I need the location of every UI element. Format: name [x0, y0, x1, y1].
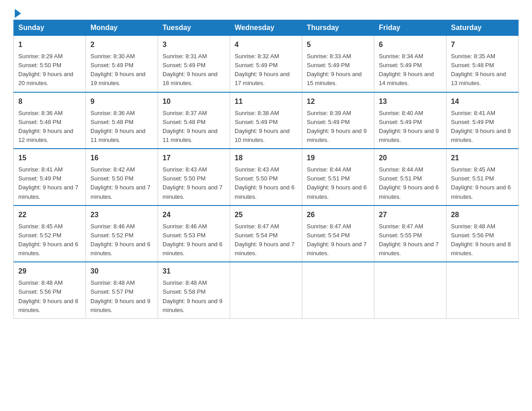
day-number: 3: [163, 39, 225, 50]
day-number: 23: [90, 210, 153, 220]
calendar-cell: 20Sunrise: 8:44 AMSunset: 5:51 PMDayligh…: [374, 149, 446, 206]
day-number: 7: [451, 39, 514, 50]
day-info: Sunrise: 8:37 AMSunset: 5:48 PMDaylight:…: [163, 109, 225, 145]
calendar-week-row: 22Sunrise: 8:45 AMSunset: 5:52 PMDayligh…: [14, 206, 519, 262]
calendar-cell: 26Sunrise: 8:47 AMSunset: 5:54 PMDayligh…: [302, 206, 374, 262]
calendar-cell: 25Sunrise: 8:47 AMSunset: 5:54 PMDayligh…: [230, 206, 302, 262]
calendar-week-row: 1Sunrise: 8:29 AMSunset: 5:50 PMDaylight…: [14, 36, 519, 92]
day-info: Sunrise: 8:36 AMSunset: 5:48 PMDaylight:…: [18, 109, 81, 145]
day-info: Sunrise: 8:48 AMSunset: 5:56 PMDaylight:…: [451, 222, 514, 258]
header-thursday: Thursday: [302, 20, 374, 36]
day-info: Sunrise: 8:47 AMSunset: 5:54 PMDaylight:…: [307, 222, 369, 258]
header-saturday: Saturday: [446, 20, 519, 36]
day-info: Sunrise: 8:32 AMSunset: 5:49 PMDaylight:…: [235, 52, 297, 88]
day-info: Sunrise: 8:47 AMSunset: 5:54 PMDaylight:…: [235, 222, 297, 258]
day-info: Sunrise: 8:48 AMSunset: 5:58 PMDaylight:…: [163, 278, 225, 315]
day-number: 27: [379, 210, 442, 220]
day-number: 17: [163, 153, 225, 163]
calendar-cell: 13Sunrise: 8:40 AMSunset: 5:49 PMDayligh…: [374, 92, 446, 149]
logo-general-text: [13, 9, 21, 18]
calendar-table: SundayMondayTuesdayWednesdayThursdayFrid…: [13, 20, 519, 319]
day-number: 4: [235, 39, 297, 50]
day-info: Sunrise: 8:45 AMSunset: 5:52 PMDaylight:…: [18, 222, 81, 258]
calendar-cell: [374, 262, 446, 318]
day-info: Sunrise: 8:33 AMSunset: 5:49 PMDaylight:…: [307, 52, 369, 88]
calendar-cell: 29Sunrise: 8:48 AMSunset: 5:56 PMDayligh…: [14, 262, 86, 318]
calendar-cell: 15Sunrise: 8:41 AMSunset: 5:49 PMDayligh…: [14, 149, 86, 206]
day-number: 21: [451, 153, 514, 163]
calendar-cell: [230, 262, 302, 318]
day-number: 22: [18, 210, 81, 220]
day-number: 18: [235, 153, 297, 163]
day-number: 13: [379, 96, 442, 107]
day-number: 1: [18, 39, 81, 50]
day-number: 2: [90, 39, 153, 50]
calendar-week-row: 29Sunrise: 8:48 AMSunset: 5:56 PMDayligh…: [14, 262, 519, 318]
calendar-cell: 11Sunrise: 8:38 AMSunset: 5:49 PMDayligh…: [230, 92, 302, 149]
calendar-cell: 9Sunrise: 8:36 AMSunset: 5:48 PMDaylight…: [86, 92, 158, 149]
calendar-cell: 31Sunrise: 8:48 AMSunset: 5:58 PMDayligh…: [158, 262, 230, 318]
day-number: 25: [235, 210, 297, 220]
calendar-header-row: SundayMondayTuesdayWednesdayThursdayFrid…: [14, 20, 519, 36]
day-info: Sunrise: 8:34 AMSunset: 5:49 PMDaylight:…: [379, 52, 442, 88]
calendar-cell: 19Sunrise: 8:44 AMSunset: 5:51 PMDayligh…: [302, 149, 374, 206]
day-number: 29: [18, 266, 81, 277]
header-sunday: Sunday: [14, 20, 86, 36]
day-info: Sunrise: 8:45 AMSunset: 5:51 PMDaylight:…: [451, 165, 514, 201]
calendar-cell: 22Sunrise: 8:45 AMSunset: 5:52 PMDayligh…: [14, 206, 86, 262]
day-info: Sunrise: 8:41 AMSunset: 5:49 PMDaylight:…: [451, 109, 514, 145]
logo: [13, 9, 21, 15]
day-info: Sunrise: 8:48 AMSunset: 5:57 PMDaylight:…: [90, 278, 153, 315]
calendar-cell: 30Sunrise: 8:48 AMSunset: 5:57 PMDayligh…: [86, 262, 158, 318]
day-info: Sunrise: 8:43 AMSunset: 5:50 PMDaylight:…: [235, 165, 297, 201]
day-info: Sunrise: 8:41 AMSunset: 5:49 PMDaylight:…: [18, 165, 81, 201]
calendar-cell: 8Sunrise: 8:36 AMSunset: 5:48 PMDaylight…: [14, 92, 86, 149]
calendar-cell: 1Sunrise: 8:29 AMSunset: 5:50 PMDaylight…: [14, 36, 86, 92]
calendar-cell: 27Sunrise: 8:47 AMSunset: 5:55 PMDayligh…: [374, 206, 446, 262]
day-number: 5: [307, 39, 369, 50]
calendar-cell: 4Sunrise: 8:32 AMSunset: 5:49 PMDaylight…: [230, 36, 302, 92]
page-header: [13, 9, 519, 15]
day-number: 26: [307, 210, 369, 220]
calendar-cell: 2Sunrise: 8:30 AMSunset: 5:49 PMDaylight…: [86, 36, 158, 92]
calendar-cell: 17Sunrise: 8:43 AMSunset: 5:50 PMDayligh…: [158, 149, 230, 206]
day-number: 8: [18, 96, 81, 107]
day-info: Sunrise: 8:48 AMSunset: 5:56 PMDaylight:…: [18, 278, 81, 315]
header-friday: Friday: [374, 20, 446, 36]
day-number: 30: [90, 266, 153, 277]
day-number: 6: [379, 39, 442, 50]
calendar-week-row: 8Sunrise: 8:36 AMSunset: 5:48 PMDaylight…: [14, 92, 519, 149]
calendar-cell: [446, 262, 519, 318]
calendar-cell: 14Sunrise: 8:41 AMSunset: 5:49 PMDayligh…: [446, 92, 519, 149]
calendar-cell: 28Sunrise: 8:48 AMSunset: 5:56 PMDayligh…: [446, 206, 519, 262]
day-info: Sunrise: 8:43 AMSunset: 5:50 PMDaylight:…: [163, 165, 225, 201]
calendar-cell: 5Sunrise: 8:33 AMSunset: 5:49 PMDaylight…: [302, 36, 374, 92]
logo-triangle-icon: [15, 9, 21, 18]
calendar-cell: 16Sunrise: 8:42 AMSunset: 5:50 PMDayligh…: [86, 149, 158, 206]
day-number: 19: [307, 153, 369, 163]
day-info: Sunrise: 8:31 AMSunset: 5:49 PMDaylight:…: [163, 52, 225, 88]
header-wednesday: Wednesday: [230, 20, 302, 36]
day-info: Sunrise: 8:44 AMSunset: 5:51 PMDaylight:…: [307, 165, 369, 201]
day-number: 12: [307, 96, 369, 107]
day-info: Sunrise: 8:38 AMSunset: 5:49 PMDaylight:…: [235, 109, 297, 145]
calendar-cell: 10Sunrise: 8:37 AMSunset: 5:48 PMDayligh…: [158, 92, 230, 149]
day-info: Sunrise: 8:29 AMSunset: 5:50 PMDaylight:…: [18, 52, 81, 88]
header-tuesday: Tuesday: [158, 20, 230, 36]
day-info: Sunrise: 8:47 AMSunset: 5:55 PMDaylight:…: [379, 222, 442, 258]
calendar-cell: 3Sunrise: 8:31 AMSunset: 5:49 PMDaylight…: [158, 36, 230, 92]
day-info: Sunrise: 8:46 AMSunset: 5:53 PMDaylight:…: [163, 222, 225, 258]
calendar-cell: 18Sunrise: 8:43 AMSunset: 5:50 PMDayligh…: [230, 149, 302, 206]
day-number: 9: [90, 96, 153, 107]
day-info: Sunrise: 8:36 AMSunset: 5:48 PMDaylight:…: [90, 109, 153, 145]
day-info: Sunrise: 8:46 AMSunset: 5:52 PMDaylight:…: [90, 222, 153, 258]
calendar-cell: 21Sunrise: 8:45 AMSunset: 5:51 PMDayligh…: [446, 149, 519, 206]
calendar-cell: 12Sunrise: 8:39 AMSunset: 5:49 PMDayligh…: [302, 92, 374, 149]
calendar-cell: 6Sunrise: 8:34 AMSunset: 5:49 PMDaylight…: [374, 36, 446, 92]
day-info: Sunrise: 8:35 AMSunset: 5:48 PMDaylight:…: [451, 52, 514, 88]
day-number: 24: [163, 210, 225, 220]
calendar-cell: 24Sunrise: 8:46 AMSunset: 5:53 PMDayligh…: [158, 206, 230, 262]
calendar-cell: 7Sunrise: 8:35 AMSunset: 5:48 PMDaylight…: [446, 36, 519, 92]
day-info: Sunrise: 8:42 AMSunset: 5:50 PMDaylight:…: [90, 165, 153, 201]
day-number: 20: [379, 153, 442, 163]
